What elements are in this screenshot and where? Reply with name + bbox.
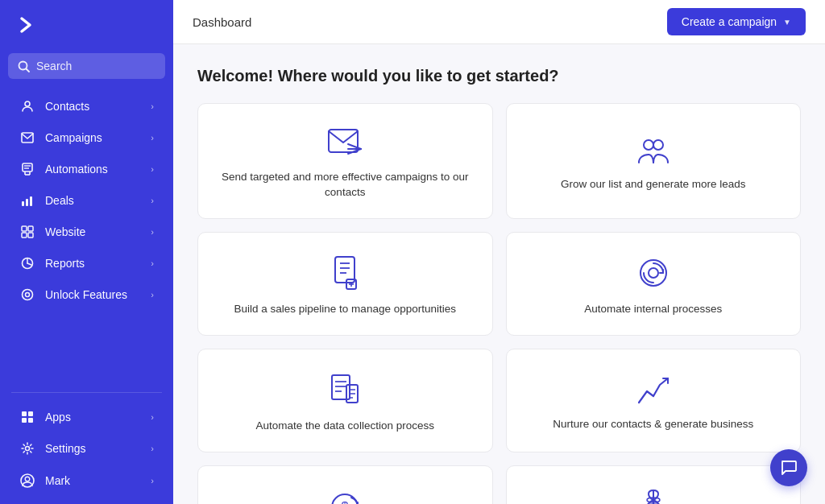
svg-point-21 (26, 293, 30, 297)
svg-point-34 (653, 140, 663, 150)
card-nurture-contacts[interactable]: Nurture our contacts & generate business (506, 349, 802, 452)
svg-line-19 (27, 263, 31, 265)
website-label: Website (45, 225, 151, 238)
search-box[interactable]: Search (8, 53, 165, 79)
convert-leads-icon: $ (327, 490, 363, 504)
unlock-features-chevron: › (151, 290, 154, 300)
apps-label: Apps (45, 411, 151, 423)
campaigns-chevron: › (151, 133, 154, 143)
sidebar-item-reports[interactable]: Reports › (5, 248, 168, 279)
campaigns-label: Campaigns (45, 131, 151, 144)
card-gather-data[interactable]: Gather better data from our contacts (506, 465, 802, 504)
website-icon (19, 225, 35, 238)
card-automate-internal-label: Automate internal processes (584, 302, 722, 317)
search-label: Search (36, 60, 72, 72)
chat-bubble-button[interactable] (770, 449, 807, 486)
sidebar-item-automations[interactable]: Automations › (5, 154, 168, 184)
user-avatar-icon (19, 473, 35, 488)
gear-icon (19, 442, 35, 455)
sidebar-item-settings[interactable]: Settings › (5, 433, 168, 464)
unlock-icon (19, 288, 35, 301)
lightning-icon (19, 163, 35, 176)
sidebar-item-user[interactable]: Mark › (5, 465, 168, 497)
user-label: Mark (45, 474, 151, 487)
card-nurture-contacts-label: Nurture our contacts & generate business (553, 417, 753, 432)
svg-point-43 (649, 268, 658, 278)
svg-rect-24 (22, 418, 27, 423)
nurture-contacts-icon (636, 374, 671, 406)
svg-rect-25 (28, 418, 33, 423)
card-grow-list[interactable]: Grow our list and generate more leads (506, 103, 802, 219)
card-data-collection-label: Automate the data collection process (256, 419, 434, 434)
person-icon (19, 100, 35, 113)
deals-label: Deals (45, 194, 151, 207)
sidebar-logo[interactable] (0, 0, 173, 50)
card-convert-leads[interactable]: $ Convert current leads into customers (197, 465, 493, 504)
automations-label: Automations (45, 163, 151, 176)
apps-chevron: › (151, 412, 154, 422)
sidebar-item-apps[interactable]: Apps › (5, 402, 168, 432)
unlock-features-label: Unlock Features (45, 288, 151, 301)
content-area: Welcome! Where would you like to get sta… (173, 44, 825, 504)
sidebar-nav: Contacts › Campaigns › (0, 87, 173, 387)
svg-rect-4 (23, 163, 32, 171)
page-title: Dashboard (193, 15, 251, 29)
svg-point-33 (644, 140, 653, 150)
sidebar-item-campaigns[interactable]: Campaigns › (5, 122, 168, 153)
sidebar-item-contacts[interactable]: Contacts › (5, 91, 168, 122)
card-data-collection[interactable]: Automate the data collection process (197, 349, 493, 452)
data-collection-icon (327, 372, 363, 407)
topbar: Dashboard Create a campaign ▼ (173, 0, 825, 44)
reports-label: Reports (45, 257, 151, 270)
create-campaign-button[interactable]: Create a campaign ▼ (667, 8, 806, 35)
svg-rect-11 (26, 199, 28, 206)
sales-pipeline-icon (329, 255, 361, 291)
svg-rect-23 (28, 411, 33, 416)
card-email-campaigns[interactable]: Send targeted and more effective campaig… (197, 103, 493, 219)
settings-chevron: › (151, 444, 154, 453)
card-email-campaigns-label: Send targeted and more effective campaig… (214, 170, 476, 200)
svg-rect-15 (22, 233, 27, 238)
apps-icon (19, 411, 35, 423)
gather-data-icon (639, 489, 668, 504)
reports-icon (19, 257, 35, 270)
grow-list-icon (634, 134, 673, 166)
main-content: Dashboard Create a campaign ▼ Welcome! W… (173, 0, 825, 504)
svg-point-20 (23, 290, 33, 300)
card-sales-pipeline[interactable]: Build a sales pipeline to manage opportu… (197, 232, 493, 336)
sidebar-item-deals[interactable]: Deals › (5, 185, 168, 216)
card-sales-pipeline-label: Build a sales pipeline to manage opportu… (234, 302, 456, 317)
user-chevron: › (151, 476, 154, 485)
svg-point-2 (25, 101, 30, 106)
svg-point-26 (26, 447, 30, 451)
welcome-title: Welcome! Where would you like to get sta… (197, 67, 801, 85)
svg-rect-14 (28, 226, 33, 231)
contacts-label: Contacts (45, 100, 151, 113)
sidebar-item-unlock-features[interactable]: Unlock Features › (5, 279, 168, 310)
automations-chevron: › (151, 164, 154, 174)
svg-point-28 (25, 477, 30, 481)
svg-rect-12 (30, 196, 32, 206)
settings-label: Settings (45, 442, 151, 455)
card-grow-list-label: Grow our list and generate more leads (561, 177, 746, 192)
sidebar-item-website[interactable]: Website › (5, 217, 168, 247)
svg-rect-10 (22, 201, 24, 206)
sidebar: Search Contacts › Campaigns › (0, 0, 173, 504)
card-automate-internal[interactable]: Automate internal processes (506, 232, 802, 336)
sidebar-bottom: Apps › Settings › Mark (0, 398, 173, 504)
deals-icon (19, 194, 35, 207)
create-campaign-dropdown-icon: ▼ (783, 18, 791, 27)
contacts-chevron: › (151, 101, 154, 111)
reports-chevron: › (151, 258, 154, 268)
logo-icon (16, 14, 37, 35)
cards-grid: Send targeted and more effective campaig… (197, 103, 801, 504)
search-icon (18, 60, 30, 72)
email-campaigns-icon (325, 126, 364, 159)
svg-rect-13 (22, 226, 27, 231)
website-chevron: › (151, 227, 154, 237)
svg-line-1 (27, 68, 30, 72)
chat-icon (780, 459, 798, 477)
svg-rect-22 (22, 411, 27, 416)
deals-chevron: › (151, 196, 154, 205)
automate-internal-icon (636, 255, 671, 291)
